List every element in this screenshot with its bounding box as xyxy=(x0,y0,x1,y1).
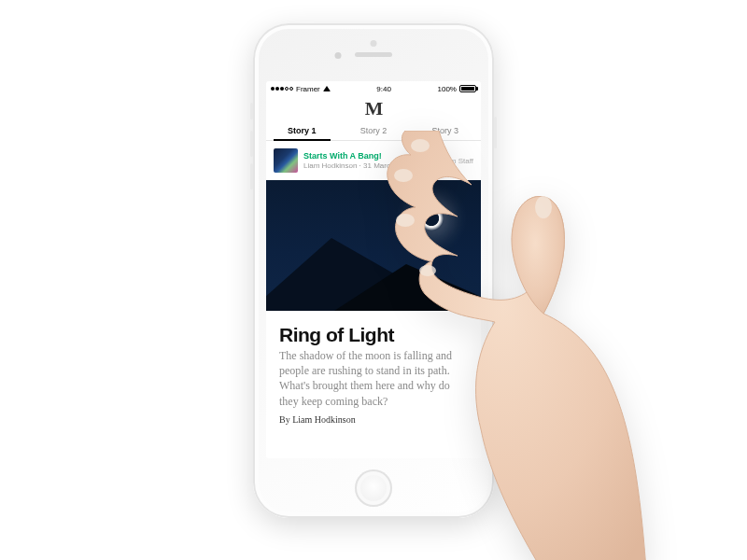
article-headline: Ring of Light xyxy=(279,324,468,346)
phone-frame: Framer 9:40 100% M Story 1 Story 2 xyxy=(253,23,494,518)
app-header: M xyxy=(266,96,481,121)
volume-down-btn xyxy=(250,163,253,189)
earpiece-speaker xyxy=(355,52,392,57)
carrier-label: Framer xyxy=(296,85,320,93)
battery-icon xyxy=(459,85,476,92)
screen: Framer 9:40 100% M Story 1 Story 2 xyxy=(266,81,481,458)
wifi-icon xyxy=(323,86,331,91)
story-meta-text: Starts With A Bang! Liam Hodkinson · 31 … xyxy=(303,151,415,170)
byline: Liam Hodkinson · 31 March xyxy=(303,161,415,171)
home-button[interactable] xyxy=(355,469,392,507)
collection-thumbnail xyxy=(274,148,298,173)
power-btn xyxy=(494,117,497,148)
battery-pct: 100% xyxy=(438,85,457,93)
status-left: Framer xyxy=(271,85,331,93)
mute-switch xyxy=(250,103,253,119)
eclipse-icon xyxy=(419,206,444,231)
article-author-line: By Liam Hodkinson xyxy=(279,414,468,425)
medium-logo-icon: M xyxy=(365,100,382,119)
front-camera xyxy=(335,52,342,59)
tab-story-2[interactable]: Story 2 xyxy=(338,121,410,140)
tab-label: Story 1 xyxy=(288,126,317,135)
author-prefix: By xyxy=(279,414,292,425)
story-tabs: Story 1 Story 2 Story 3 xyxy=(266,121,481,141)
tab-label: Story 2 xyxy=(360,126,388,135)
article-author: Liam Hodkinson xyxy=(292,414,356,425)
status-right: 100% xyxy=(438,85,476,93)
publish-date: 31 March xyxy=(363,161,394,170)
story-meta[interactable]: Starts With A Bang! Liam Hodkinson · 31 … xyxy=(266,141,481,180)
clock: 9:40 xyxy=(376,85,391,93)
staff-pick-badge[interactable]: ♡ Medium Staff xyxy=(420,157,473,165)
signal-dots-icon xyxy=(271,87,293,91)
mountain-shape xyxy=(331,264,481,311)
stage: Framer 9:40 100% M Story 1 Story 2 xyxy=(0,0,747,560)
volume-up-btn xyxy=(250,131,253,157)
article-dek: The shadow of the moon is falling and pe… xyxy=(279,348,468,409)
tab-label: Story 3 xyxy=(431,126,458,135)
heart-icon: ♡ xyxy=(420,157,427,165)
hero-image xyxy=(266,180,481,311)
article-body[interactable]: Ring of Light The shadow of the moon is … xyxy=(266,311,481,425)
staff-pick-label: Medium Staff xyxy=(430,157,473,165)
status-bar: Framer 9:40 100% xyxy=(266,81,481,96)
tab-story-3[interactable]: Story 3 xyxy=(409,121,481,140)
proximity-sensor xyxy=(371,40,377,47)
author-name: Liam Hodkinson xyxy=(303,161,357,170)
tab-story-1[interactable]: Story 1 xyxy=(266,121,338,140)
collection-name: Starts With A Bang! xyxy=(303,151,415,161)
svg-point-4 xyxy=(535,196,552,218)
